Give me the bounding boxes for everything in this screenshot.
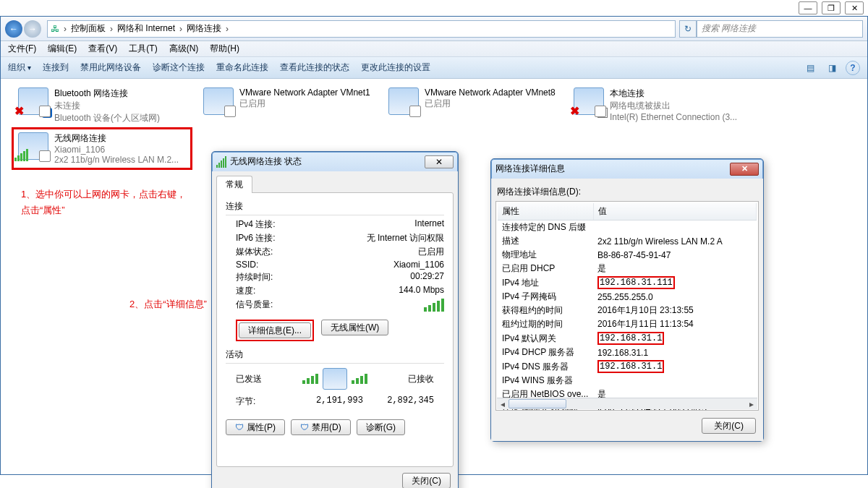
- scroll-right-arrow[interactable]: ▸: [746, 398, 757, 409]
- menu-file[interactable]: 文件(F): [8, 43, 36, 55]
- scroll-thumb[interactable]: [509, 399, 566, 408]
- prop-value: B8-86-87-45-91-47: [593, 248, 757, 262]
- tool-rename[interactable]: 重命名此连接: [216, 61, 268, 74]
- signal-bars-icon: [424, 299, 444, 312]
- status-dialog-titlebar[interactable]: 无线网络连接 状态 ✕: [212, 152, 458, 171]
- details-row[interactable]: 租约过期的时间2016年1月11日 11:13:54: [498, 317, 757, 331]
- minimize-icon: —: [804, 4, 812, 12]
- address-bar-row: ← → 🖧 控制面板 网络和 Internet 网络连接 ↻ 搜索 网络连接: [1, 17, 867, 41]
- explorer-window: ← → 🖧 控制面板 网络和 Internet 网络连接 ↻ 搜索 网络连接 文…: [0, 16, 868, 475]
- prop-name: 连接特定的 DNS 后缀: [498, 221, 593, 235]
- details-close-button[interactable]: 关闭(C): [702, 418, 756, 434]
- details-dialog-titlebar[interactable]: 网络连接详细信息 ✕: [491, 159, 763, 179]
- connection-device: Intel(R) Ethernet Connection (3...: [610, 112, 737, 122]
- restore-button[interactable]: ❐: [822, 1, 841, 14]
- connection-wireless-selected[interactable]: 无线网络连接 Xiaomi_1106 2x2 11b/g/n Wireless …: [12, 127, 192, 170]
- signal-icon: [216, 156, 226, 168]
- tool-settings[interactable]: 更改此连接的设置: [361, 61, 430, 74]
- refresh-button[interactable]: ↻: [679, 20, 697, 38]
- prop-value: 192.168.31.1: [593, 359, 757, 374]
- menu-help[interactable]: 帮助(H): [210, 43, 239, 55]
- menu-advanced[interactable]: 高级(N): [169, 43, 199, 55]
- bluetooth-icon: ᛒ: [42, 108, 52, 118]
- status-dialog-title: 无线网络连接 状态: [230, 155, 302, 168]
- details-row[interactable]: 已启用 DHCP是: [498, 262, 757, 275]
- view-mode-icon: ▤: [807, 63, 814, 73]
- status-close-button[interactable]: 关闭(C): [402, 473, 451, 488]
- details-dialog-close[interactable]: ✕: [730, 163, 759, 176]
- minimize-button[interactable]: —: [799, 1, 817, 14]
- disable-button[interactable]: 🛡禁用(D): [291, 419, 351, 435]
- view-mode-button[interactable]: ▤: [802, 61, 818, 75]
- command-bar: 组织 连接到 禁用此网络设备 诊断这个连接 重命名此连接 查看此连接的状态 更改…: [1, 57, 867, 79]
- value-bytes-sent: 2,191,993: [316, 395, 363, 408]
- section-connection: 连接: [226, 200, 444, 213]
- details-row[interactable]: 连接特定的 DNS 后缀: [498, 221, 757, 235]
- refresh-icon: ↻: [684, 24, 692, 34]
- tool-disable[interactable]: 禁用此网络设备: [80, 61, 141, 74]
- help-button[interactable]: ?: [846, 61, 860, 75]
- menu-view[interactable]: 查看(V): [88, 43, 117, 55]
- scroll-left-arrow[interactable]: ◂: [497, 398, 509, 409]
- details-row[interactable]: 物理地址B8-86-87-45-91-47: [498, 248, 757, 262]
- prop-name: IPv4 默认网关: [498, 331, 593, 346]
- details-row[interactable]: IPv4 子网掩码255.255.255.0: [498, 290, 757, 304]
- tool-status[interactable]: 查看此连接的状态: [280, 61, 349, 74]
- ethernet-icon: ⎓: [597, 108, 608, 118]
- prop-value: 192.168.31.1: [593, 331, 757, 346]
- menu-tools[interactable]: 工具(T): [129, 43, 157, 55]
- connection-status: 未连接: [54, 100, 160, 112]
- details-row[interactable]: IPv4 默认网关192.168.31.1: [498, 331, 757, 346]
- tool-diagnose[interactable]: 诊断这个连接: [153, 61, 205, 74]
- prop-name: IPv4 DNS 服务器: [498, 359, 593, 374]
- connection-status: 已启用: [239, 98, 370, 110]
- details-button[interactable]: 详细信息(E)...: [239, 322, 311, 338]
- col-property[interactable]: 属性: [498, 203, 593, 221]
- network-icon: 🖧: [51, 24, 59, 34]
- tab-general[interactable]: 常规: [216, 176, 252, 193]
- forward-button[interactable]: →: [24, 20, 41, 38]
- connection-device: Bluetooth 设备(个人区域网): [54, 112, 160, 124]
- details-row[interactable]: 描述2x2 11b/g/n Wireless LAN M.2 A: [498, 234, 757, 248]
- section-activity: 活动: [226, 348, 444, 361]
- connection-status: 已启用: [425, 98, 556, 110]
- search-input[interactable]: 搜索 网络连接: [697, 20, 863, 38]
- search-placeholder: 搜索 网络连接: [702, 22, 756, 35]
- crumb-network-connections[interactable]: 网络连接: [184, 22, 224, 35]
- status-dialog-close[interactable]: ✕: [425, 155, 454, 168]
- adapter-icon: [203, 87, 234, 115]
- details-row[interactable]: IPv4 DHCP 服务器192.168.31.1: [498, 346, 757, 359]
- connection-vmnet1[interactable]: VMware Network Adapter VMnet1 已启用: [199, 85, 380, 118]
- details-row[interactable]: IPv4 DNS 服务器192.168.31.1: [498, 359, 757, 374]
- back-button[interactable]: ←: [5, 20, 22, 38]
- crumb-network-internet[interactable]: 网络和 Internet: [114, 22, 178, 35]
- menu-edit[interactable]: 编辑(E): [48, 43, 77, 55]
- details-row[interactable]: IPv4 地址192.168.31.111: [498, 275, 757, 290]
- tool-connect[interactable]: 连接到: [43, 61, 69, 74]
- address-bar[interactable]: 🖧 控制面板 网络和 Internet 网络连接: [47, 20, 676, 38]
- status-dialog: 无线网络连接 状态 ✕ 常规 连接 IPv4 连接:Internet IPv6 …: [211, 151, 459, 488]
- wireless-properties-button[interactable]: 无线属性(W): [321, 320, 388, 335]
- crumb-control-panel[interactable]: 控制面板: [68, 22, 109, 35]
- close-button[interactable]: ✕: [845, 1, 864, 14]
- prop-name: 获得租约的时间: [498, 304, 593, 317]
- properties-button[interactable]: 🛡属性(P): [226, 419, 285, 435]
- details-row[interactable]: IPv4 WINS 服务器: [498, 374, 757, 388]
- horizontal-scrollbar[interactable]: ◂ ▸: [497, 398, 757, 409]
- col-value[interactable]: 值: [593, 203, 757, 221]
- label-bytes: 字节:: [236, 395, 316, 408]
- details-row[interactable]: 获得租约的时间2016年1月10日 23:13:55: [498, 304, 757, 317]
- annotation-2: 2、点击“详细信息”: [129, 298, 207, 311]
- connection-vmnet8[interactable]: VMware Network Adapter VMnet8 已启用: [384, 85, 565, 118]
- connection-local[interactable]: ✖ ⎓ 本地连接 网络电缆被拔出 Intel(R) Ethernet Conne…: [569, 85, 750, 125]
- prop-value: 192.168.31.1: [593, 346, 757, 359]
- disconnected-icon: ✖: [570, 104, 579, 118]
- prop-name: IPv4 WINS 服务器: [498, 374, 593, 388]
- connection-bluetooth[interactable]: ✖ ᛒ Bluetooth 网络连接 未连接 Bluetooth 设备(个人区域…: [14, 85, 195, 127]
- diagnose-button[interactable]: 诊断(G): [357, 419, 405, 435]
- preview-pane-button[interactable]: ◨: [824, 61, 840, 75]
- prop-value: 2016年1月10日 23:13:55: [593, 304, 757, 317]
- connection-title: Bluetooth 网络连接: [54, 87, 160, 100]
- tool-organize[interactable]: 组织: [8, 61, 31, 74]
- restore-icon: ❐: [827, 4, 835, 13]
